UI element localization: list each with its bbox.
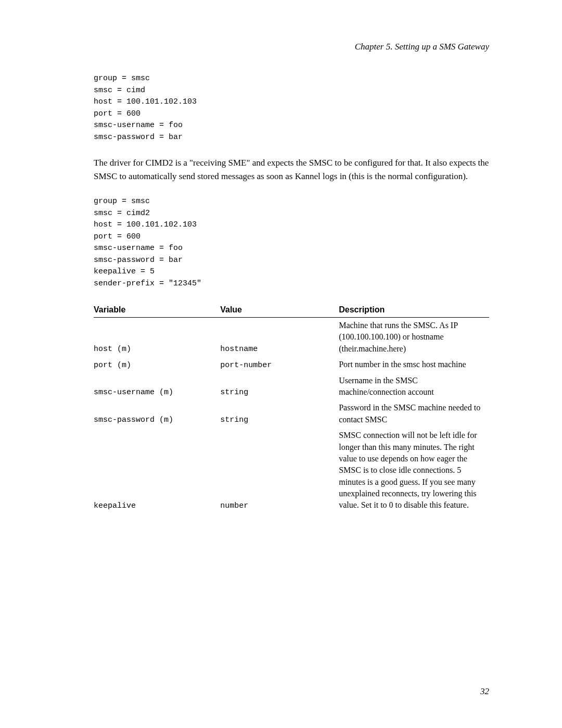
cell-value: port-number	[220, 357, 339, 372]
code-block-1: group = smsc smsc = cimd host = 100.101.…	[94, 73, 489, 143]
table-row: smsc-password (m) string Password in the…	[94, 400, 489, 428]
cell-value: string	[220, 400, 339, 428]
cell-description: Password in the SMSC machine needed to c…	[339, 400, 489, 428]
cell-variable: port (m)	[94, 357, 220, 372]
table-row: port (m) port-number Port number in the …	[94, 357, 489, 372]
paragraph-1: The driver for CIMD2 is a "receiving SME…	[94, 156, 489, 183]
code-block-2: group = smsc smsc = cimd2 host = 100.101…	[94, 196, 489, 290]
cell-description: Username in the SMSC machine/connection …	[339, 373, 489, 400]
table-row: smsc-username (m) string Username in the…	[94, 373, 489, 400]
cell-variable: smsc-username (m)	[94, 373, 220, 400]
th-description: Description	[339, 303, 489, 318]
table-row: host (m) hostname Machine that runs the …	[94, 318, 489, 357]
cell-value: hostname	[220, 318, 339, 357]
cell-variable: keepalive	[94, 428, 220, 513]
th-variable: Variable	[94, 303, 220, 318]
page-number: 32	[480, 686, 489, 697]
cell-description: SMSC connection will not be left idle fo…	[339, 428, 489, 513]
table-header-row: Variable Value Description	[94, 303, 489, 318]
cell-value: string	[220, 373, 339, 400]
cell-description: Machine that runs the SMSC. As IP (100.1…	[339, 318, 489, 357]
chapter-header: Chapter 5. Setting up a SMS Gateway	[94, 42, 489, 52]
cell-variable: smsc-password (m)	[94, 400, 220, 428]
cell-variable: host (m)	[94, 318, 220, 357]
table-row: keepalive number SMSC connection will no…	[94, 428, 489, 513]
variable-table: Variable Value Description host (m) host…	[94, 303, 489, 513]
cell-value: number	[220, 428, 339, 513]
th-value: Value	[220, 303, 339, 318]
cell-description: Port number in the smsc host machine	[339, 357, 489, 372]
